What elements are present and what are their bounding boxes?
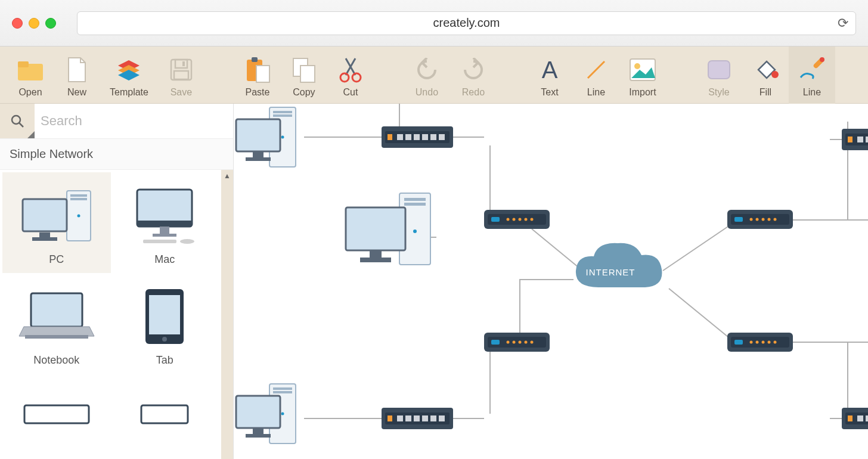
svg-point-113 <box>750 341 753 344</box>
svg-point-121 <box>281 413 284 415</box>
shape-extra-1[interactable] <box>2 373 111 457</box>
svg-rect-1 <box>18 61 29 67</box>
undo-button[interactable]: Undo <box>404 46 450 104</box>
address-text: creately.com <box>433 16 500 30</box>
library-title[interactable]: Simple Network <box>0 138 233 170</box>
workspace: Simple Network <box>0 104 868 459</box>
svg-point-29 <box>77 215 80 218</box>
diagram-canvas[interactable]: INTERNET <box>234 104 868 459</box>
svg-rect-101 <box>866 137 868 142</box>
svg-rect-129 <box>405 415 411 421</box>
svg-point-105 <box>507 341 510 344</box>
svg-rect-28 <box>70 198 87 200</box>
svg-rect-42 <box>149 295 180 334</box>
paste-button[interactable]: Paste <box>234 46 281 104</box>
svg-point-88 <box>531 218 534 221</box>
canvas-switch-node[interactable] <box>842 408 868 429</box>
svg-rect-68 <box>397 134 403 140</box>
text-tool-button[interactable]: A Text <box>526 46 573 104</box>
maximize-window-button[interactable] <box>45 18 56 29</box>
line-tool-button[interactable]: Line <box>573 46 619 104</box>
shape-notebook[interactable]: Notebook <box>2 273 111 374</box>
line-style-button[interactable]: Line <box>789 46 835 104</box>
import-icon <box>629 56 656 83</box>
shape-mac[interactable]: Mac <box>111 172 219 273</box>
svg-rect-20 <box>708 61 730 79</box>
svg-rect-64 <box>246 157 271 161</box>
style-button[interactable]: Style <box>696 46 742 104</box>
shape-tab-label: Tab <box>156 354 173 367</box>
address-bar[interactable]: creately.com ⟳ <box>77 11 856 35</box>
canvas-switch-node[interactable] <box>382 126 453 148</box>
cloud-label: INTERNET <box>586 267 636 277</box>
svg-point-19 <box>634 63 640 69</box>
new-button[interactable]: New <box>54 46 100 104</box>
minimize-window-button[interactable] <box>29 18 39 29</box>
save-button[interactable]: Save <box>158 46 204 104</box>
device-icon <box>15 384 98 449</box>
canvas-pc-node[interactable] <box>236 107 296 167</box>
redo-icon <box>460 56 487 83</box>
svg-rect-100 <box>857 137 863 142</box>
svg-rect-131 <box>422 415 428 421</box>
svg-rect-133 <box>439 415 445 421</box>
redo-button[interactable]: Redo <box>450 46 497 104</box>
scroll-up-icon[interactable]: ▲ <box>221 170 233 182</box>
svg-point-96 <box>774 218 777 221</box>
canvas-cloud-node[interactable]: INTERNET <box>576 243 662 287</box>
shape-pc[interactable]: PC <box>2 172 111 273</box>
canvas-switch-node[interactable] <box>842 129 868 150</box>
pencil-icon <box>798 56 826 83</box>
svg-rect-35 <box>160 227 169 234</box>
style-icon <box>705 56 733 83</box>
cut-button[interactable]: Cut <box>327 46 374 104</box>
search-input[interactable] <box>35 104 233 138</box>
text-icon: A <box>536 56 563 83</box>
shape-tab[interactable]: Tab <box>111 273 219 374</box>
canvas-router-node[interactable] <box>727 333 793 352</box>
canvas-router-node[interactable] <box>484 333 550 352</box>
browser-chrome: creately.com ⟳ <box>0 0 868 46</box>
shape-extra-2[interactable] <box>111 373 219 457</box>
fill-button[interactable]: Fill <box>742 46 789 104</box>
svg-rect-13 <box>300 66 315 82</box>
svg-rect-138 <box>866 415 868 421</box>
svg-rect-130 <box>414 415 420 421</box>
svg-point-92 <box>750 218 753 221</box>
canvas-router-node[interactable] <box>727 210 793 229</box>
reload-icon[interactable]: ⟳ <box>838 15 848 31</box>
search-icon[interactable] <box>0 104 35 138</box>
copy-button[interactable]: Copy <box>281 46 327 104</box>
svg-rect-44 <box>24 405 89 423</box>
svg-rect-59 <box>273 111 292 113</box>
svg-text:A: A <box>542 58 558 82</box>
open-button[interactable]: Open <box>7 46 54 104</box>
canvas-switch-node[interactable] <box>382 408 453 429</box>
copy-icon <box>290 56 318 83</box>
import-button[interactable]: Import <box>619 46 666 104</box>
new-file-icon <box>63 56 91 83</box>
library-scrollbar[interactable]: ▲ <box>221 170 233 459</box>
svg-rect-99 <box>848 137 852 142</box>
canvas-pc-node[interactable] <box>236 384 296 444</box>
svg-point-21 <box>771 71 779 78</box>
svg-rect-32 <box>32 237 57 241</box>
svg-point-43 <box>162 337 167 342</box>
svg-rect-127 <box>388 415 392 421</box>
svg-rect-80 <box>360 258 391 262</box>
canvas-router-node[interactable] <box>484 210 550 229</box>
paste-icon <box>244 56 271 83</box>
svg-rect-124 <box>246 434 271 438</box>
close-window-button[interactable] <box>12 18 23 29</box>
folder-icon <box>17 56 44 83</box>
svg-rect-8 <box>174 71 188 79</box>
svg-rect-27 <box>70 194 87 197</box>
svg-point-85 <box>513 218 516 221</box>
canvas-pc-node[interactable] <box>346 193 430 265</box>
notebook-icon <box>15 284 98 349</box>
svg-rect-30 <box>23 199 67 231</box>
svg-point-114 <box>756 341 759 344</box>
pc-icon <box>15 183 98 249</box>
tab-icon <box>123 284 206 349</box>
template-button[interactable]: Template <box>100 46 158 104</box>
